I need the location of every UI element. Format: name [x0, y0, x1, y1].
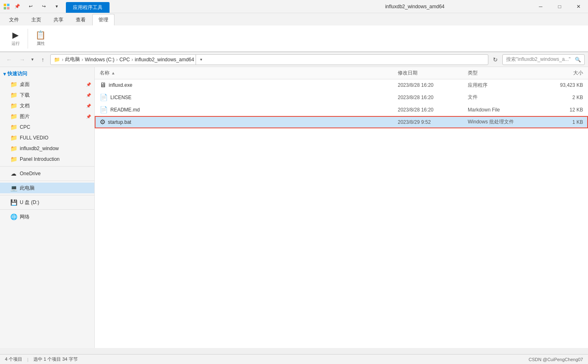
usb-label: U 盘 (D:): [20, 199, 39, 206]
pin-icon-desktop: 📌: [86, 82, 91, 87]
refresh-button[interactable]: ↻: [490, 54, 501, 65]
nav-dropdown-button[interactable]: ▾: [30, 57, 35, 62]
sidebar-item-influxdb2[interactable]: 📁 influxdb2_window: [0, 143, 94, 154]
cpc-label: CPC: [20, 124, 30, 130]
fullvedio-label: FULL VEDIO: [20, 135, 49, 141]
sidebar-item-network[interactable]: 🌐 网络: [0, 211, 94, 222]
thispc-icon: 💻: [10, 185, 17, 191]
path-folder[interactable]: influxdb2_windows_amd64: [135, 57, 194, 63]
file-date-readme: 2023/8/28 16:20: [398, 107, 468, 113]
file-icon-license: 📄: [100, 93, 108, 101]
file-name-license: LICENSE: [110, 95, 131, 100]
forward-button[interactable]: →: [16, 54, 28, 65]
pictures-icon: 📁: [10, 113, 17, 120]
sidebar-item-thispc[interactable]: 💻 此电脑: [0, 183, 94, 193]
qat-redo-button[interactable]: ↪: [38, 1, 49, 12]
qat-pin-button[interactable]: 📌: [12, 1, 23, 12]
minimize-button[interactable]: ─: [531, 0, 550, 13]
desktop-icon: 📁: [10, 81, 17, 88]
svg-rect-0: [4, 4, 6, 6]
file-type-influxd: 应用程序: [468, 82, 534, 89]
sidebar-item-usb[interactable]: 💾 U 盘 (D:): [0, 197, 94, 208]
col-header-size[interactable]: 大小: [534, 70, 583, 77]
status-selected-info: 选中 1 个项目 34 字节: [33, 356, 78, 362]
desktop-label: 桌面: [20, 81, 30, 88]
svg-rect-3: [7, 7, 9, 9]
path-thispc-label[interactable]: 此电脑: [65, 56, 80, 63]
sidebar-item-cpc[interactable]: 📁 CPC: [0, 122, 94, 132]
sidebar-item-pictures[interactable]: 📁 图片 📌: [0, 111, 94, 122]
file-date-startup: 2023/8/29 9:52: [398, 119, 468, 125]
title-bar-left: 📌 ↩ ↪ ▾: [0, 0, 66, 13]
path-sep-2: ›: [82, 57, 83, 63]
svg-rect-1: [7, 4, 9, 6]
title-bar-tabs: 应用程序工具: [66, 0, 299, 13]
qat-undo-button[interactable]: ↩: [25, 1, 36, 12]
pin-icon-documents: 📌: [86, 104, 91, 108]
onedrive-label: OneDrive: [20, 171, 41, 176]
network-label: 网络: [20, 213, 30, 220]
sidebar-item-downloads[interactable]: 📁 下载 📌: [0, 90, 94, 100]
sidebar-item-documents[interactable]: 📁 文档 📌: [0, 100, 94, 111]
properties-button[interactable]: 📋 属性: [33, 30, 48, 48]
file-name-startup: startup.bat: [108, 119, 131, 125]
sidebar-item-desktop[interactable]: 📁 桌面 📌: [0, 79, 94, 90]
documents-label: 文档: [20, 102, 30, 109]
quick-access-label: 快速访问: [7, 70, 27, 77]
file-date-license: 2023/8/28 16:20: [398, 95, 468, 100]
back-button[interactable]: ←: [3, 54, 15, 65]
ribbon-tab-share[interactable]: 共享: [48, 14, 69, 26]
ribbon-tab-file[interactable]: 文件: [3, 14, 25, 26]
cpc-icon: 📁: [10, 124, 17, 130]
file-row-license[interactable]: 📄 LICENSE 2023/8/28 16:20 文件 2 KB: [95, 91, 588, 104]
downloads-label: 下载: [20, 92, 30, 99]
run-button[interactable]: ▶ 运行: [9, 30, 22, 48]
sidebar-item-fullvedio[interactable]: 📁 FULL VEDIO: [0, 132, 94, 143]
quick-access-header[interactable]: ▾ 快速访问: [0, 69, 94, 79]
sort-arrow-name: ▲: [111, 71, 115, 75]
status-bar: 4 个项目 | 选中 1 个项目 34 字节 CSDN @CuiPengChen…: [0, 354, 588, 364]
address-dropdown-button[interactable]: ▾: [196, 54, 206, 65]
sidebar-item-panel[interactable]: 📁 Panel Introduction: [0, 154, 94, 165]
panel-icon: 📁: [10, 156, 17, 162]
col-header-name[interactable]: 名称 ▲: [100, 70, 398, 77]
col-header-type[interactable]: 类型: [468, 70, 534, 77]
path-cpc[interactable]: CPC: [119, 57, 130, 63]
up-button[interactable]: ↑: [37, 54, 49, 65]
sidebar: ▾ 快速访问 📁 桌面 📌 📁 下载 📌 📁 文档 📌 📁 图片 📌 📁 CPC: [0, 67, 95, 348]
usb-icon: 💾: [10, 199, 17, 206]
file-size-license: 2 KB: [534, 95, 583, 100]
ribbon-tab-view[interactable]: 查看: [70, 14, 91, 26]
pin-icon-pictures: 📌: [86, 114, 91, 119]
status-separator: |: [27, 357, 28, 362]
sidebar-divider-2: [0, 181, 94, 181]
file-row-readme[interactable]: 📄 README.md 2023/8/28 16:20 Markdown Fil…: [95, 104, 588, 116]
file-row-influxd[interactable]: 🖥 influxd.exe 2023/8/28 16:20 应用程序 93,42…: [95, 79, 588, 91]
pictures-label: 图片: [20, 113, 30, 120]
influxdb2-icon: 📁: [10, 145, 17, 152]
path-this-pc[interactable]: 📁: [54, 57, 60, 63]
file-row-startup[interactable]: ⚙ startup.bat 2023/8/29 9:52 Windows 批处理…: [95, 116, 588, 128]
ribbon-tab-manage[interactable]: 管理: [92, 14, 114, 26]
path-sep-3: ›: [116, 57, 118, 63]
status-item-count: 4 个项目: [5, 356, 22, 362]
search-icon: 🔍: [575, 57, 581, 63]
qat-dropdown-button[interactable]: ▾: [51, 1, 63, 12]
search-box[interactable]: 搜索"influxdb2_windows_a..." 🔍: [502, 54, 585, 65]
ribbon-tab-home[interactable]: 主页: [26, 14, 47, 26]
path-drive[interactable]: Windows (C:): [85, 57, 114, 63]
maximize-button[interactable]: □: [550, 0, 569, 13]
title-bar: 📌 ↩ ↪ ▾ 应用程序工具 influxdb2_windows_amd64 ─…: [0, 0, 588, 13]
quick-access-arrow: ▾: [3, 71, 6, 77]
svg-rect-2: [4, 7, 6, 9]
col-header-date[interactable]: 修改日期: [398, 70, 468, 77]
file-size-readme: 12 KB: [534, 107, 583, 113]
address-path[interactable]: 📁 › 此电脑 › Windows (C:) › CPC › influxdb2…: [50, 54, 488, 65]
close-button[interactable]: ✕: [569, 0, 588, 13]
file-list-header: 名称 ▲ 修改日期 类型 大小: [95, 67, 588, 79]
sidebar-item-onedrive[interactable]: ☁ OneDrive: [0, 168, 94, 179]
title-tab-apptools[interactable]: 应用程序工具: [66, 2, 110, 13]
panel-label: Panel Introduction: [20, 156, 60, 162]
status-watermark: CSDN @CuiPengCheng07: [529, 357, 583, 362]
ribbon: 文件 主页 共享 查看 管理 ▶ 运行 📋 属性: [0, 13, 588, 52]
